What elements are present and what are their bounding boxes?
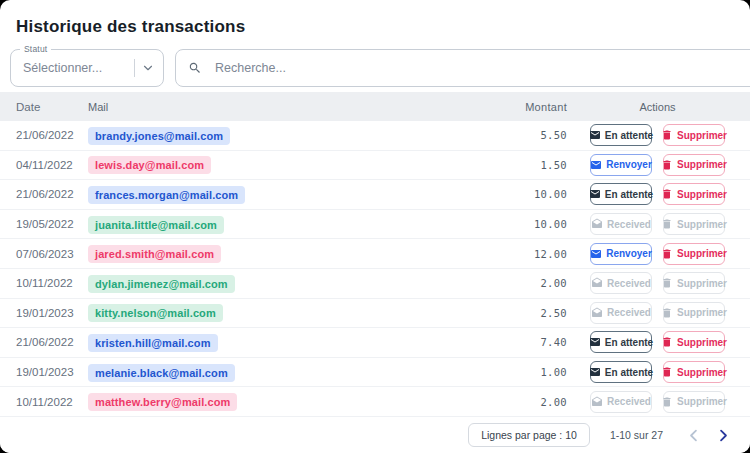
email-badge: kitty.nelson@mail.com bbox=[88, 304, 223, 322]
primary-action-label: En attente bbox=[605, 189, 653, 200]
primary-action-button[interactable]: Received bbox=[590, 213, 652, 235]
row-mail-cell: jared.smith@mail.com bbox=[88, 244, 487, 263]
primary-action-button[interactable]: Received bbox=[590, 302, 652, 324]
row-date: 07/06/2023 bbox=[16, 248, 88, 260]
row-mail-cell: dylan.jimenez@mail.com bbox=[88, 274, 487, 293]
row-date: 19/01/2023 bbox=[16, 307, 88, 319]
email-badge: dylan.jimenez@mail.com bbox=[88, 275, 235, 293]
row-amount: 7.40 bbox=[487, 336, 567, 348]
row-actions: Received Supprimer bbox=[590, 391, 725, 413]
primary-action-button[interactable]: Received bbox=[590, 272, 652, 294]
column-header-mail: Mail bbox=[88, 101, 487, 113]
mail-open-icon bbox=[591, 396, 603, 408]
delete-button[interactable]: Supprimer bbox=[663, 213, 725, 235]
chevron-down-icon[interactable] bbox=[141, 61, 155, 75]
delete-button[interactable]: Supprimer bbox=[663, 243, 725, 265]
delete-button[interactable]: Supprimer bbox=[663, 391, 725, 413]
delete-button-label: Supprimer bbox=[677, 189, 727, 200]
delete-button[interactable]: Supprimer bbox=[663, 331, 725, 353]
primary-action-label: Renvoyer bbox=[606, 159, 652, 170]
delete-button[interactable]: Supprimer bbox=[663, 124, 725, 146]
primary-action-label: Received bbox=[607, 396, 651, 407]
table-body: 21/06/2022 brandy.jones@mail.com 5.50 En… bbox=[0, 121, 750, 417]
primary-action-button[interactable]: En attente bbox=[590, 124, 652, 146]
delete-button-label: Supprimer bbox=[677, 396, 727, 407]
primary-action-button[interactable]: Received bbox=[590, 391, 652, 413]
delete-button[interactable]: Supprimer bbox=[663, 272, 725, 294]
primary-action-button[interactable]: En attente bbox=[590, 183, 652, 205]
table-row: 19/01/2023 kitty.nelson@mail.com 2.50 Re… bbox=[0, 299, 750, 329]
next-page-button[interactable] bbox=[711, 423, 735, 447]
email-badge: melanie.black@mail.com bbox=[88, 364, 235, 382]
row-actions: Renvoyer Supprimer bbox=[590, 154, 725, 176]
mail-icon bbox=[589, 188, 601, 200]
mail-open-icon bbox=[591, 218, 603, 230]
delete-button[interactable]: Supprimer bbox=[663, 361, 725, 383]
row-actions: Received Supprimer bbox=[590, 272, 725, 294]
row-date: 10/11/2022 bbox=[16, 277, 88, 289]
row-mail-cell: melanie.black@mail.com bbox=[88, 363, 487, 382]
delete-button[interactable]: Supprimer bbox=[663, 183, 725, 205]
row-mail-cell: matthew.berry@mail.com bbox=[88, 392, 487, 411]
trash-icon bbox=[661, 159, 673, 171]
row-actions: Renvoyer Supprimer bbox=[590, 243, 725, 265]
mail-icon bbox=[589, 129, 601, 141]
primary-action-button[interactable]: En attente bbox=[590, 361, 652, 383]
row-actions: En attente Supprimer bbox=[590, 331, 725, 353]
search-field[interactable] bbox=[175, 49, 750, 87]
email-badge: jared.smith@mail.com bbox=[88, 245, 221, 263]
mail-icon bbox=[589, 336, 601, 348]
primary-action-label: Received bbox=[607, 219, 651, 230]
status-select[interactable]: Statut Sélectionner... bbox=[10, 49, 164, 87]
delete-button-label: Supprimer bbox=[677, 307, 727, 318]
table-row: 21/06/2022 brandy.jones@mail.com 5.50 En… bbox=[0, 121, 750, 151]
delete-button-label: Supprimer bbox=[677, 130, 727, 141]
filters-bar: Statut Sélectionner... bbox=[10, 49, 750, 87]
table-row: 07/06/2023 jared.smith@mail.com 12.00 Re… bbox=[0, 239, 750, 269]
email-badge: kristen.hill@mail.com bbox=[88, 334, 218, 352]
chevron-right-icon bbox=[719, 429, 728, 442]
primary-action-button[interactable]: Renvoyer bbox=[590, 154, 652, 176]
previous-page-button[interactable] bbox=[681, 423, 705, 447]
search-input[interactable] bbox=[213, 60, 747, 76]
row-amount: 12.00 bbox=[487, 248, 567, 260]
column-header-actions: Actions bbox=[590, 101, 725, 113]
status-select-label: Statut bbox=[20, 44, 51, 54]
row-actions: Received Supprimer bbox=[590, 302, 725, 324]
trash-icon bbox=[661, 307, 673, 319]
delete-button-label: Supprimer bbox=[677, 278, 727, 289]
primary-action-button[interactable]: Renvoyer bbox=[590, 243, 652, 265]
mail-icon bbox=[590, 159, 602, 171]
row-amount: 2.00 bbox=[487, 277, 567, 289]
row-amount: 10.00 bbox=[487, 188, 567, 200]
delete-button[interactable]: Supprimer bbox=[663, 154, 725, 176]
row-actions: En attente Supprimer bbox=[590, 124, 725, 146]
row-date: 21/06/2022 bbox=[16, 129, 88, 141]
pagination-range: 1-10 sur 27 bbox=[610, 429, 663, 441]
trash-icon bbox=[661, 396, 673, 408]
row-mail-cell: kristen.hill@mail.com bbox=[88, 333, 487, 352]
primary-action-button[interactable]: En attente bbox=[590, 331, 652, 353]
row-date: 21/06/2022 bbox=[16, 336, 88, 348]
mail-open-icon bbox=[591, 277, 603, 289]
pagination-bar: Lignes par page : 10 1-10 sur 27 bbox=[0, 417, 750, 453]
column-header-montant: Montant bbox=[487, 101, 567, 113]
row-mail-cell: lewis.day@mail.com bbox=[88, 155, 487, 174]
email-badge: juanita.little@mail.com bbox=[88, 216, 224, 234]
row-actions: Received Supprimer bbox=[590, 213, 725, 235]
rows-per-page-select[interactable]: Lignes par page : 10 bbox=[468, 423, 590, 447]
primary-action-label: En attente bbox=[605, 337, 653, 348]
row-date: 21/06/2022 bbox=[16, 188, 88, 200]
row-amount: 2.50 bbox=[487, 307, 567, 319]
trash-icon bbox=[661, 218, 673, 230]
primary-action-label: En attente bbox=[605, 130, 653, 141]
table-row: 21/06/2022 kristen.hill@mail.com 7.40 En… bbox=[0, 328, 750, 358]
primary-action-label: En attente bbox=[605, 367, 653, 378]
row-amount: 1.00 bbox=[487, 366, 567, 378]
chevron-left-icon bbox=[689, 429, 698, 442]
delete-button-label: Supprimer bbox=[677, 248, 727, 259]
delete-button[interactable]: Supprimer bbox=[663, 302, 725, 324]
email-badge: matthew.berry@mail.com bbox=[88, 393, 237, 411]
trash-icon bbox=[661, 366, 673, 378]
table-row: 19/01/2023 melanie.black@mail.com 1.00 E… bbox=[0, 358, 750, 388]
